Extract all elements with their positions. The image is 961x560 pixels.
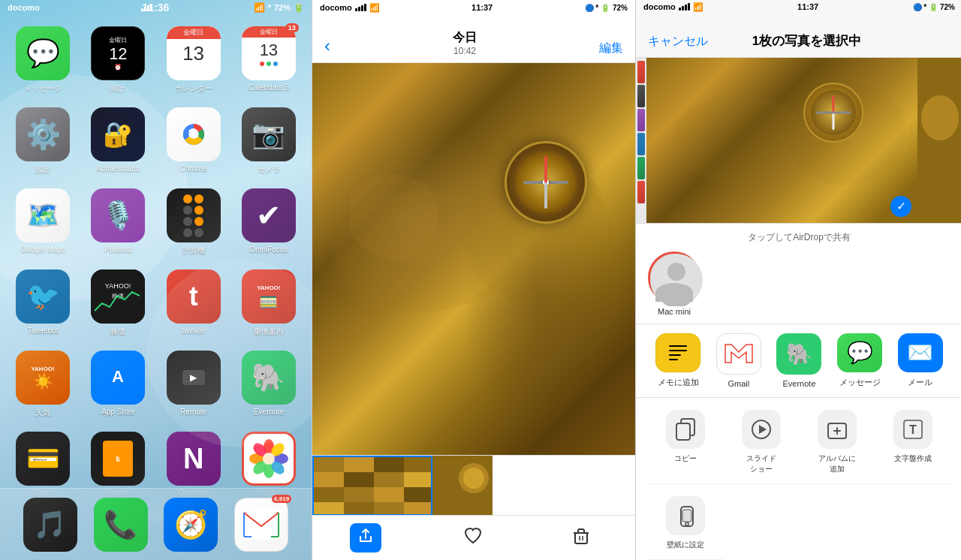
remote-screen: ▶ (182, 370, 205, 385)
home-wifi-icon: 📶 (254, 2, 265, 13)
share-cancel-button[interactable]: キャンセル (648, 34, 708, 50)
svg-rect-27 (344, 457, 374, 472)
slideshow-icon-circle (742, 410, 781, 449)
cal5-dot-2 (267, 62, 271, 66)
authenticator-icon-img: 🔐 (91, 107, 145, 161)
delete-button[interactable] (565, 519, 598, 557)
ss-bar-1 (679, 8, 681, 11)
svg-rect-59 (669, 350, 687, 351)
action-wallpaper[interactable]: 壁紙に設定 (648, 484, 724, 560)
app-messages[interactable]: 💬 メッセージ (9, 26, 77, 94)
calc-btn-3 (183, 206, 192, 215)
photos-edit-button[interactable]: 編集 (599, 41, 623, 56)
home-dock: 🎵 📞 🧭 (0, 488, 312, 560)
app-camera[interactable]: 📷 カメラ (235, 107, 303, 175)
app-clock[interactable]: 金曜日 12 ⏰ 時計 (84, 26, 152, 94)
app-stocks[interactable]: YAHOO! 株価 株価 (84, 269, 152, 337)
share-app-gmail[interactable]: Gmail (709, 333, 770, 388)
app-chrome[interactable]: Chrome (160, 107, 227, 175)
gmail-share-svg (724, 342, 754, 366)
share-app-evernote[interactable]: 🐘 Evernote (769, 333, 830, 388)
svg-rect-60 (669, 354, 681, 356)
svg-rect-52 (917, 58, 961, 223)
dock-gmail[interactable]: 6,919 (234, 498, 288, 552)
share-app-mail[interactable]: ✉️ メール (890, 333, 950, 388)
share-button[interactable] (350, 523, 381, 552)
dock-safari[interactable]: 🧭 (164, 498, 218, 552)
home-status-right: 📶 * 72% 🔋 (254, 2, 304, 13)
share-app-messages[interactable]: 💬 メッセージ (830, 333, 890, 388)
thumb-2[interactable] (432, 456, 493, 515)
app-appstore[interactable]: A App Store (84, 351, 152, 418)
transit-icon-img: YAHOO! 🚃 (242, 269, 296, 324)
calc-btn-5 (183, 217, 192, 226)
app-calculator[interactable]: 計算機 (160, 188, 227, 256)
wallpaper-label: 壁紙に設定 (667, 540, 704, 550)
svg-rect-31 (344, 472, 374, 487)
share-thumb-item-2 (637, 85, 645, 107)
googlemaps-emoji: 🗺️ (26, 200, 60, 231)
app-yahoo-weather[interactable]: YAHOO! ☀️ 天気 (9, 351, 77, 418)
phone-emoji: 📞 (104, 509, 137, 540)
ps-bar-2 (358, 7, 360, 11)
weather-label: 天気 (35, 408, 50, 418)
app-evernote[interactable]: 🐘 Evernote (235, 351, 303, 418)
photos-main-view (312, 63, 635, 455)
svg-rect-30 (314, 472, 344, 487)
ss-bar-3 (685, 5, 687, 11)
share-compass-needle-h (816, 111, 851, 113)
airdrop-section: タップしてAirDropで共有 Mac mini (636, 224, 961, 324)
evernote-share-emoji: 🐘 (786, 342, 812, 366)
photos-svg (246, 436, 291, 481)
dock-phone[interactable]: 📞 (94, 498, 148, 552)
app-calendar[interactable]: 金曜日 13 カレンダー (160, 26, 227, 94)
action-slideshow[interactable]: スライドショー (724, 398, 800, 484)
settings-label: 設定 (35, 164, 50, 175)
app-twinkle[interactable]: t twinkle (160, 269, 227, 337)
share-compass-face (811, 90, 856, 135)
airdrop-device-macmini[interactable]: Mac mini (648, 251, 700, 316)
clock-secondary: ⏰ (114, 64, 122, 71)
transit-yahoo: YAHOO! (257, 285, 280, 291)
action-text-detect[interactable]: T 文字盤作成 (875, 398, 950, 484)
favorite-button[interactable] (456, 519, 490, 557)
app-tweetbot[interactable]: 🐦 Tweetbot (9, 269, 77, 337)
app-remote[interactable]: ▶ Remote (160, 351, 227, 418)
clock-display: 金曜日 12 ⏰ (92, 27, 144, 80)
action-copy[interactable]: コピー (648, 398, 724, 484)
compass-needle (544, 160, 547, 205)
airdrop-avatar-svg (650, 254, 703, 306)
calc-btn-2 (194, 194, 203, 203)
app-yahoo-transit[interactable]: YAHOO! 🚃 乗換案内 (235, 269, 303, 337)
copy-label: コピー (674, 453, 697, 464)
airdrop-avatar-macmini (648, 251, 700, 304)
chrome-icon-img (167, 107, 221, 161)
dock-music[interactable]: 🎵 (23, 498, 77, 552)
photos-carrier: docomo (320, 3, 352, 12)
app-podcast[interactable]: 🎙️ Podcast (84, 188, 152, 256)
share-thumb-item-5 (637, 157, 645, 179)
remote-play: ▶ (190, 372, 197, 383)
share-app-memo[interactable]: メモに追加 (648, 333, 709, 388)
cal5-dot-3 (273, 62, 278, 66)
app-googlemaps[interactable]: 🗺️ Google Maps (9, 188, 77, 256)
app-grid: 💬 メッセージ 金曜日 12 ⏰ 時計 (0, 15, 312, 507)
action-add-album[interactable]: アルバムに追加 (800, 398, 875, 484)
thumb-1[interactable] (312, 456, 432, 515)
add-album-icon-circle (818, 410, 857, 449)
messages-icon-img: 💬 (16, 26, 70, 80)
tweetbot-icon-img: 🐦 (16, 269, 70, 324)
photos-back-button[interactable]: ‹ (324, 35, 330, 56)
clock-day: 金曜日 (109, 36, 127, 44)
gmail-share-icon (716, 333, 761, 375)
app-settings[interactable]: ⚙️ 設定 (9, 107, 77, 175)
app-calendars5[interactable]: 金曜日 13 13 Calendars 5 (235, 26, 303, 94)
svg-rect-46 (575, 533, 587, 543)
evernote-share-icon: 🐘 (776, 333, 821, 375)
share-icon-svg (357, 528, 374, 544)
app-authenticator[interactable]: 🔐 Authenticator (84, 107, 152, 175)
airdrop-label: タップしてAirDropで共有 (648, 231, 950, 244)
app-omnifocus[interactable]: ✔ OmniFocus (235, 188, 303, 256)
camera-label: カメラ (258, 164, 280, 175)
home-screen-panel: docomo 11:36 📶 * 72% 🔋 💬 メッセージ (0, 0, 312, 560)
